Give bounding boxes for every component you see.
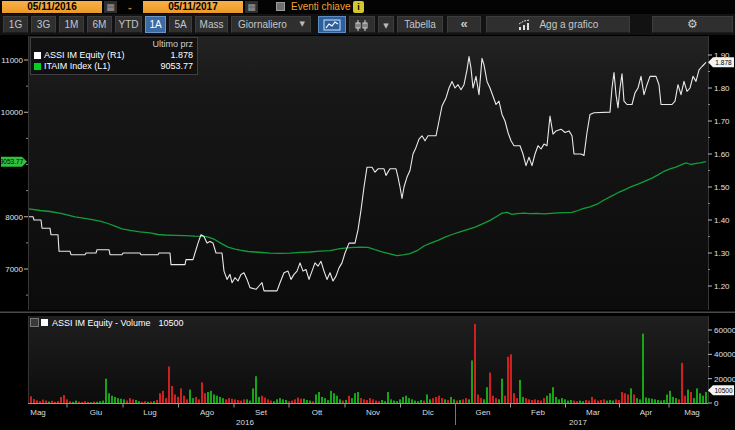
svg-text:1.60: 1.60 xyxy=(714,150,730,159)
svg-text:1.878: 1.878 xyxy=(715,59,732,66)
legend-series-itaim[interactable]: ITAIM Index (L1) 9053.77 xyxy=(34,61,193,72)
svg-text:Ago: Ago xyxy=(200,408,215,417)
svg-text:10000: 10000 xyxy=(1,108,24,117)
svg-text:Apr: Apr xyxy=(640,408,653,417)
svg-text:7000: 7000 xyxy=(5,265,23,274)
volume-legend[interactable]: ASSI IM Equity - Volume 10500 xyxy=(30,317,184,328)
series-name: ITAIM Index (L1) xyxy=(44,61,160,72)
svg-text:9053.77: 9053.77 xyxy=(0,158,24,165)
svg-text:Mag: Mag xyxy=(30,408,46,417)
date-from-field[interactable]: 05/11/2016 xyxy=(2,1,102,13)
svg-text:Dic: Dic xyxy=(422,408,434,417)
table-button[interactable]: Tabella xyxy=(397,16,443,33)
chevron-down-icon: ▼ xyxy=(300,17,305,32)
chevron-down-icon: ▼ xyxy=(383,22,388,30)
volume-series-name: ASSI IM Equity - Volume xyxy=(52,318,151,328)
range-button-1m[interactable]: 1M xyxy=(59,16,84,33)
settings-button[interactable]: ⚙ xyxy=(652,16,733,33)
terminal-chart-window: 1100010000800070001.901.801.701.601.501.… xyxy=(0,0,735,430)
svg-text:8000: 8000 xyxy=(5,213,23,222)
svg-text:1.30: 1.30 xyxy=(714,249,730,258)
period-dropdown[interactable]: Giornaliero ▼ xyxy=(231,16,311,33)
range-button-1g[interactable]: 1G xyxy=(3,16,28,33)
legend-header: Ultimo prz xyxy=(34,39,193,50)
svg-text:2016: 2016 xyxy=(236,418,254,427)
series-name: ASSI IM Equity (R1) xyxy=(44,50,170,61)
series-last-price: 1.878 xyxy=(170,50,193,61)
add-to-chart-label: Agg a grafico xyxy=(539,19,598,30)
chart-toolbar: 1G 3G 1M 6M YTD 1A 5A Mass Giornaliero ▼… xyxy=(0,14,735,35)
period-dropdown-label: Giornaliero xyxy=(238,19,287,30)
svg-text:Feb: Feb xyxy=(531,408,545,417)
svg-text:20000: 20000 xyxy=(714,375,735,384)
volume-swatch xyxy=(41,319,48,326)
svg-text:40000: 40000 xyxy=(714,350,735,359)
range-button-1a-active[interactable]: 1A xyxy=(145,16,166,33)
series-swatch-green xyxy=(34,63,41,70)
calendar-icon[interactable]: ▦ xyxy=(245,1,258,13)
svg-text:2017: 2017 xyxy=(569,418,587,427)
key-events-label[interactable]: Eventi chiave xyxy=(291,0,350,14)
volume-legend-handle-icon[interactable] xyxy=(30,318,39,327)
date-range-bar: 05/11/2016 ▦ - 05/11/2017 ▦ Eventi chiav… xyxy=(0,0,735,14)
line-chart-type-button[interactable] xyxy=(318,16,346,33)
svg-text:Nov: Nov xyxy=(366,408,380,417)
svg-text:0: 0 xyxy=(714,399,719,408)
range-button-3g[interactable]: 3G xyxy=(31,16,56,33)
svg-text:60000: 60000 xyxy=(714,326,735,335)
legend-series-assi[interactable]: ASSI IM Equity (R1) 1.878 xyxy=(34,50,193,61)
svg-text:Ott: Ott xyxy=(312,408,323,417)
svg-text:Mar: Mar xyxy=(586,408,600,417)
svg-text:1.40: 1.40 xyxy=(714,216,730,225)
svg-text:Giu: Giu xyxy=(90,408,102,417)
svg-text:10500: 10500 xyxy=(714,387,732,394)
series-last-price: 9053.77 xyxy=(160,61,193,72)
svg-text:11000: 11000 xyxy=(1,56,23,65)
range-button-mass[interactable]: Mass xyxy=(195,16,228,33)
add-chart-icon xyxy=(518,19,533,31)
calendar-icon[interactable]: ▦ xyxy=(104,1,117,13)
svg-text:Gen: Gen xyxy=(475,408,490,417)
svg-text:Set: Set xyxy=(255,408,268,417)
line-chart-icon xyxy=(323,19,341,31)
gear-icon: ⚙ xyxy=(687,17,698,31)
key-events-checkbox[interactable] xyxy=(276,2,285,11)
range-button-5a[interactable]: 5A xyxy=(169,16,192,33)
volume-last-value: 10500 xyxy=(159,318,184,328)
price-legend: Ultimo prz ASSI IM Equity (R1) 1.878 ITA… xyxy=(30,37,198,75)
collapse-panel-button[interactable]: « xyxy=(447,16,481,33)
candlestick-type-button[interactable] xyxy=(349,16,375,33)
svg-text:1.20: 1.20 xyxy=(714,282,730,291)
date-range-separator: - xyxy=(128,0,132,14)
series-swatch-white xyxy=(34,52,41,59)
add-to-chart-button[interactable]: Agg a grafico xyxy=(486,16,630,33)
range-button-6m[interactable]: 6M xyxy=(87,16,112,33)
candlestick-icon xyxy=(354,19,370,32)
info-icon[interactable]: i xyxy=(353,1,364,13)
svg-text:1.50: 1.50 xyxy=(714,183,730,192)
svg-text:1.70: 1.70 xyxy=(714,117,730,126)
svg-text:Mag: Mag xyxy=(684,408,700,417)
date-to-field[interactable]: 05/11/2017 xyxy=(143,1,243,13)
svg-text:Lug: Lug xyxy=(143,408,156,417)
chart-type-dropdown[interactable]: ▼ xyxy=(378,16,394,33)
svg-text:1.80: 1.80 xyxy=(714,84,730,93)
range-button-ytd[interactable]: YTD xyxy=(115,16,142,33)
